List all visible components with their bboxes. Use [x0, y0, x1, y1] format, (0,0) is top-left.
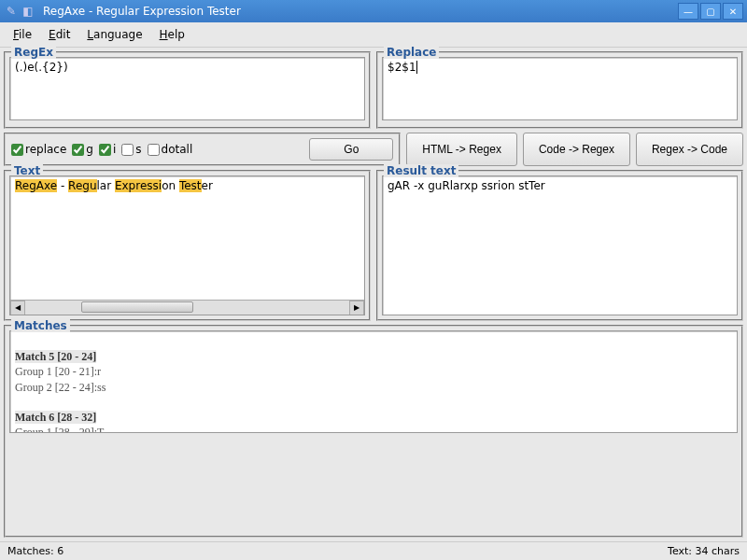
menu-language[interactable]: Language	[79, 26, 149, 43]
code-to-regex-button[interactable]: Code -> Regex	[523, 133, 630, 166]
match-group: Group 1 [28 - 29]:T	[15, 425, 732, 433]
match-highlight: Test	[179, 179, 202, 192]
text-cursor	[416, 61, 417, 74]
titlebar-app-icons: ✎ ◧	[4, 4, 35, 19]
matches-panel-title: Matches	[11, 319, 70, 332]
app-icon-2: ◧	[21, 4, 35, 19]
match-highlight: RegAxe	[15, 179, 57, 192]
result-panel-title: Result text	[384, 164, 458, 177]
matches-output[interactable]: Match 5 [20 - 24] Group 1 [20 - 21]:r Gr…	[9, 330, 738, 433]
statusbar: Matches: 6 Text: 34 chars	[0, 541, 747, 560]
replace-panel-title: Replace	[384, 46, 439, 59]
regex-input[interactable]	[9, 57, 365, 120]
g-checkbox[interactable]: g	[72, 143, 93, 156]
matches-panel: Matches Match 5 [20 - 24] Group 1 [20 - …	[4, 325, 743, 538]
minimize-button[interactable]: —	[678, 3, 698, 20]
replace-panel: Replace $2$1	[376, 51, 743, 129]
menu-edit[interactable]: Edit	[41, 26, 78, 43]
scroll-right-icon[interactable]: ▶	[349, 301, 364, 315]
result-panel: Result text gAR -x guRlarxp ssrion stTer	[376, 170, 743, 321]
horizontal-scrollbar[interactable]: ◀ ▶	[10, 300, 364, 315]
match-group: Group 2 [22 - 24]:ss	[15, 380, 732, 395]
status-text-length: Text: 34 chars	[668, 545, 740, 557]
titlebar: ✎ ◧ RegAxe - Regular Expression Tester —…	[0, 0, 747, 22]
match-highlight: Regu	[68, 179, 96, 192]
regex-panel: RegEx	[4, 51, 371, 129]
menu-file[interactable]: File	[6, 26, 39, 43]
replace-input[interactable]: $2$1	[382, 57, 738, 120]
maximize-button[interactable]: ▢	[700, 3, 721, 20]
scroll-left-icon[interactable]: ◀	[10, 301, 25, 315]
regex-to-code-button[interactable]: Regex -> Code	[636, 133, 743, 166]
text-input[interactable]: RegAxe - Regular Expression Tester ◀ ▶	[9, 175, 365, 315]
result-output[interactable]: gAR -x guRlarxp ssrion stTer	[382, 175, 738, 315]
text-panel: Text RegAxe - Regular Expression Tester …	[4, 170, 371, 321]
go-button[interactable]: Go	[309, 138, 393, 161]
app-icon-1: ✎	[4, 4, 19, 19]
scroll-thumb[interactable]	[81, 301, 193, 313]
scroll-track[interactable]	[25, 301, 349, 315]
i-checkbox[interactable]: i	[99, 143, 116, 156]
regex-panel-title: RegEx	[11, 46, 56, 59]
match-header: Match 5 [20 - 24]	[15, 350, 96, 363]
match-header: Match 6 [28 - 32]	[15, 411, 96, 424]
match-group: Group 1 [20 - 21]:r	[15, 364, 732, 379]
window-title: RegAxe - Regular Expression Tester	[43, 5, 678, 18]
s-checkbox[interactable]: s	[121, 143, 141, 156]
options-box: replace g i s dotall Go	[4, 133, 401, 166]
menubar: File Edit Language Help	[0, 22, 747, 48]
status-matches: Matches: 6	[7, 545, 63, 557]
menu-help[interactable]: Help	[152, 26, 192, 43]
replace-checkbox[interactable]: replace	[11, 143, 66, 156]
close-button[interactable]: ✕	[723, 3, 743, 20]
html-to-regex-button[interactable]: HTML -> Regex	[406, 133, 517, 166]
match-highlight: Expressi	[115, 179, 162, 192]
dotall-checkbox[interactable]: dotall	[148, 143, 193, 156]
